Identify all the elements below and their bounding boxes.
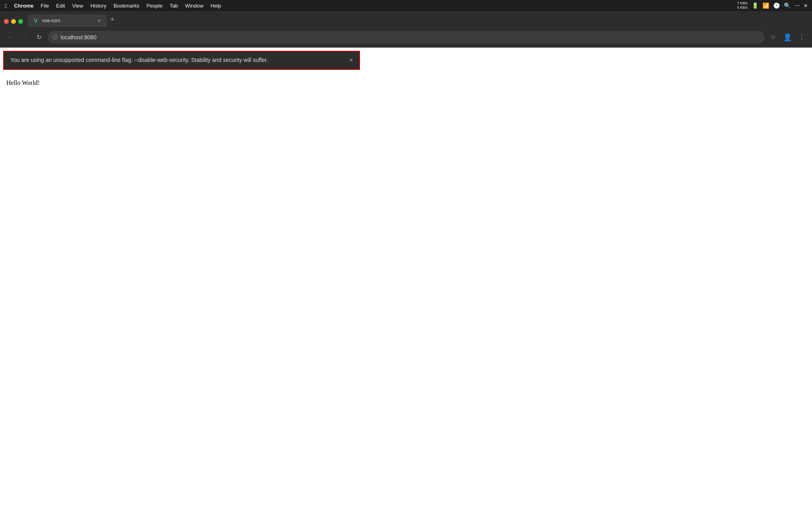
apple-logo-icon[interactable]:  (5, 2, 7, 9)
wifi-icon: 📶 (762, 2, 769, 9)
browser-tab-active[interactable]: V vue-cors × (28, 14, 107, 27)
menu-help[interactable]: Help (211, 3, 221, 9)
url-port: 8080 (84, 34, 96, 40)
tab-close-button[interactable]: × (96, 17, 102, 24)
url-text: localhost:8080 (61, 34, 760, 40)
info-icon: ⓘ (52, 34, 57, 41)
profile-button[interactable]: 👤 (782, 32, 793, 43)
menu-tab[interactable]: Tab (170, 3, 178, 9)
address-bar-right-icons: ☆ 👤 ⋮ (768, 32, 807, 43)
tab-title: vue-cors (42, 18, 93, 23)
security-warning-banner: You are using an unsupported command-lin… (3, 51, 360, 70)
chrome-tab-bar: V vue-cors × + (0, 11, 812, 27)
clock-icon: 🕐 (773, 2, 780, 9)
tab-favicon: V (33, 17, 39, 24)
reload-button[interactable]: ↻ (33, 32, 44, 43)
network-speed: 7 KB/s 5 KB/s (737, 1, 748, 10)
network-up: 7 KB/s (737, 1, 748, 6)
page-content: Hello World! (0, 73, 812, 93)
warning-message: You are using an unsupported command-lin… (10, 56, 268, 64)
menu-extra-icon[interactable]: ≡ (804, 2, 807, 9)
url-host: localhost: (61, 34, 84, 40)
macos-menu-bar:  Chrome File Edit View History Bookmark… (0, 0, 812, 11)
warning-close-button[interactable]: × (349, 57, 353, 64)
window-minimize-button[interactable] (11, 19, 16, 24)
menu-file[interactable]: File (41, 3, 49, 9)
back-button[interactable]: ← (5, 32, 16, 43)
forward-button[interactable]: → (19, 32, 30, 43)
window-controls (4, 19, 23, 27)
chrome-menu-button[interactable]: ⋮ (796, 32, 807, 43)
url-bar[interactable]: ⓘ localhost:8080 (48, 31, 764, 44)
menu-bar-left:  Chrome File Edit View History Bookmark… (5, 2, 221, 9)
menu-view[interactable]: View (72, 3, 83, 9)
window-maximize-button[interactable] (18, 19, 23, 24)
menu-bar-right: 7 KB/s 5 KB/s 🔋 📶 🕐 🔍 ⋯ ≡ (737, 1, 807, 10)
hello-world-text: Hello World! (6, 79, 806, 87)
menu-people[interactable]: People (146, 3, 162, 9)
vue-logo-icon: V (34, 17, 37, 24)
bookmark-star-button[interactable]: ☆ (768, 32, 779, 43)
menu-bookmarks[interactable]: Bookmarks (113, 3, 139, 9)
window-close-button[interactable] (4, 19, 9, 24)
menu-history[interactable]: History (90, 3, 106, 9)
notification-icon[interactable]: ⋯ (795, 2, 800, 9)
spotlight-icon[interactable]: 🔍 (784, 2, 791, 9)
network-down: 5 KB/s (737, 6, 748, 10)
menu-edit[interactable]: Edit (56, 3, 65, 9)
menu-window[interactable]: Window (185, 3, 203, 9)
battery-icon: 🔋 (752, 2, 758, 9)
chrome-address-bar: ← → ↻ ⓘ localhost:8080 ☆ 👤 ⋮ (0, 27, 812, 48)
new-tab-button[interactable]: + (107, 15, 118, 27)
menu-chrome[interactable]: Chrome (14, 3, 33, 9)
